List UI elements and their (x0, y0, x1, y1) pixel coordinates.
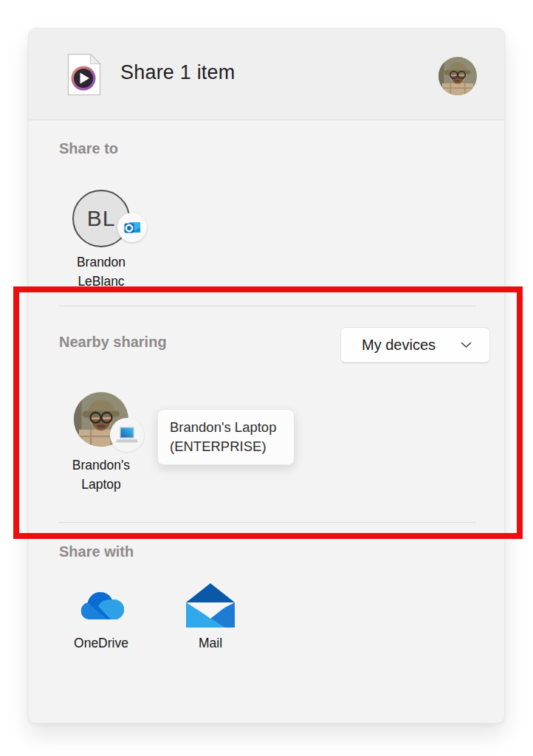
tooltip-line1: Brandon's Laptop (170, 418, 288, 437)
mail-icon[interactable] (185, 583, 235, 628)
device-tooltip: Brandon's Laptop (ENTERPRISE) (157, 409, 295, 465)
dialog-header: Share 1 item (29, 29, 504, 120)
app-name-onedrive: OneDrive (49, 636, 153, 651)
outlook-icon (117, 213, 147, 242)
share-flyout-screenshot: Share 1 item (0, 0, 533, 756)
device-name: Brandon's Laptop (61, 456, 142, 494)
share-with-label: Share with (59, 543, 134, 560)
contact-initials: BL (87, 206, 116, 231)
laptop-icon (110, 418, 144, 452)
nearby-sharing-label: Nearby sharing (59, 334, 167, 351)
divider (58, 522, 476, 523)
share-dialog: Share 1 item (28, 28, 505, 724)
contact-name: Brandon LeBlanc (61, 252, 142, 291)
tooltip-line2: (ENTERPRISE) (170, 437, 288, 456)
device-filter-dropdown[interactable]: My devices (340, 327, 490, 363)
user-avatar (439, 57, 477, 95)
dialog-title: Share 1 item (120, 61, 235, 84)
divider (58, 306, 476, 306)
device-filter-value: My devices (362, 337, 461, 354)
onedrive-icon[interactable] (78, 588, 125, 622)
app-name-mail: Mail (159, 636, 262, 651)
share-to-label: Share to (59, 140, 118, 157)
media-file-icon (67, 53, 101, 96)
chevron-down-icon (461, 342, 472, 348)
